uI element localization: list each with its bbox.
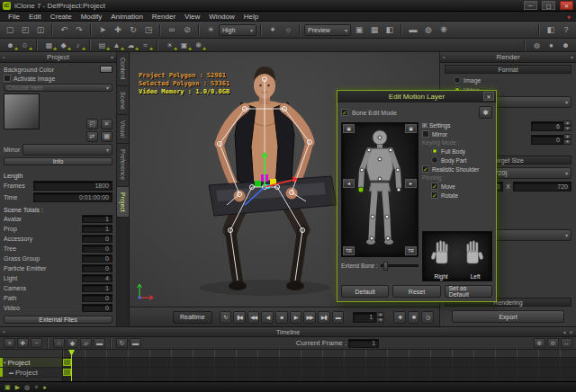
dialog-titlebar[interactable]: Edit Motion Layer ✕	[338, 91, 496, 102]
dialog-close-button[interactable]: ✕	[483, 92, 494, 101]
grid-toggle-button[interactable]: ▦	[367, 23, 382, 37]
create-sky-button[interactable]: ☁	[125, 40, 137, 50]
menu-edit[interactable]: Edit	[24, 13, 46, 21]
create-animation-button[interactable]: ♪	[72, 40, 84, 50]
render-video-button[interactable]: ▬	[406, 23, 420, 37]
user-account-button[interactable]: ☻	[560, 40, 572, 50]
spin-down-button[interactable]: ▼	[563, 139, 572, 145]
create-scene-button[interactable]: ▤	[96, 40, 108, 50]
create-water-button[interactable]: ≈	[140, 40, 151, 50]
render-option-field-2[interactable]: 0	[531, 135, 563, 145]
frames-field[interactable]: 1800	[33, 181, 112, 191]
project-panel-header[interactable]: ▪ Project ▾	[0, 52, 116, 63]
open-project-button[interactable]: ◰	[18, 23, 32, 37]
unlink-button[interactable]: ⊘	[180, 23, 194, 37]
pin-rotate-checkbox[interactable]	[431, 192, 438, 199]
full-body-radio[interactable]	[431, 147, 438, 155]
export-button[interactable]: Export	[452, 310, 564, 323]
world-settings-button[interactable]: ◍	[531, 40, 543, 50]
timeline-collapse-icon[interactable]: ▾	[563, 329, 566, 335]
render-panel-header[interactable]: ▪ Render ▾	[440, 52, 576, 63]
panel-pin-icon[interactable]: ▪	[443, 55, 445, 60]
choose-item-dropdown[interactable]: Choose Item ▾	[4, 84, 112, 92]
titlebar[interactable]: iC iClone 7 - DefProject:Project ─ ▢ ✕	[0, 0, 576, 12]
ambient-light-button[interactable]: ☼	[281, 23, 295, 37]
mirror-checkbox[interactable]	[422, 130, 429, 138]
realistic-shoulder-checkbox[interactable]	[422, 165, 429, 173]
realtime-button[interactable]: Realtime	[173, 311, 212, 324]
camera-dropdown[interactable]: Preview ▾	[304, 24, 351, 36]
menu-create[interactable]: Create	[46, 13, 76, 21]
clip-segment[interactable]	[63, 369, 71, 376]
menu-help[interactable]: Help	[239, 13, 263, 21]
fast-forward-button[interactable]: ▶▶	[303, 311, 316, 324]
time-field[interactable]: 0:01:00:00	[33, 192, 112, 202]
status-camera-icon[interactable]: ▣	[4, 384, 11, 391]
render-image-button[interactable]: ◍	[421, 23, 436, 37]
select-tool-button[interactable]: ➤	[95, 23, 110, 37]
rewind-button[interactable]: ◀◀	[248, 311, 260, 324]
quality-dropdown[interactable]: High ▾	[219, 24, 256, 36]
maximize-button[interactable]: ▢	[542, 1, 555, 10]
add-track-button[interactable]: ✚	[17, 338, 29, 348]
track-expand-icon[interactable]: ▾	[4, 360, 6, 365]
stop-button[interactable]: ■	[275, 311, 288, 324]
track-lane[interactable]	[63, 358, 576, 368]
step-back-button[interactable]: ◀	[261, 311, 274, 324]
menu-window[interactable]: Window	[204, 13, 238, 21]
picker-camera-left-button[interactable]: ▣	[343, 124, 355, 133]
picker-left-hand-button[interactable]: ◄	[343, 179, 355, 188]
external-files-button[interactable]: External Files	[4, 316, 112, 324]
background-color-swatch[interactable]	[100, 66, 112, 73]
activate-image-checkbox[interactable]	[4, 75, 11, 82]
create-avatar-button[interactable]: ☻	[4, 40, 16, 50]
track-list-button[interactable]: ≡	[4, 338, 15, 348]
tab-visual[interactable]: Visual	[117, 115, 129, 144]
create-accessory-button[interactable]: ◆	[58, 40, 69, 50]
timeline-header[interactable]: ▪ Timeline ▾ ✕	[0, 327, 576, 337]
timeline-close-icon[interactable]: ✕	[569, 329, 573, 335]
new-project-button[interactable]: ▢	[3, 23, 17, 37]
create-light-button[interactable]: ☀	[164, 40, 176, 50]
height-field[interactable]: 720	[513, 182, 572, 192]
transition-button[interactable]: ▱	[80, 338, 92, 348]
mannequin-figure[interactable]	[342, 123, 418, 256]
timeline-zoom-fit-button[interactable]: ↔	[561, 338, 572, 348]
link-button[interactable]: ∞	[165, 23, 179, 37]
record-button[interactable]: ●	[545, 40, 557, 50]
visual-effect-button[interactable]: ❋	[436, 23, 451, 37]
camera-view-button[interactable]: ▣	[352, 23, 366, 37]
panel-collapse-icon[interactable]: ▾	[111, 54, 113, 60]
reset-button[interactable]: Reset	[392, 285, 440, 298]
picker-camera-right-button[interactable]: ▣	[405, 124, 417, 133]
timeline-film-button[interactable]: ▬	[130, 338, 141, 348]
effects-button[interactable]: ✦	[266, 23, 280, 37]
tab-scene[interactable]: Scene	[117, 86, 129, 116]
playback-settings-button[interactable]: ✱	[408, 311, 420, 324]
status-play-icon[interactable]: ▶	[15, 384, 20, 391]
save-project-button[interactable]: ◫	[33, 23, 48, 37]
clip-segment[interactable]	[63, 359, 71, 366]
create-head-button[interactable]: ☺	[19, 40, 31, 50]
magnet-snap-button[interactable]: ∩	[53, 338, 65, 348]
create-camera-button[interactable]: ▣	[178, 40, 190, 50]
image-radio[interactable]	[454, 76, 461, 84]
track-row-project-group[interactable]: ▾ Project	[0, 358, 62, 368]
go-end-button[interactable]: ▶▮	[318, 311, 330, 324]
time-mode-button[interactable]: ◷	[421, 311, 434, 324]
status-record-icon[interactable]: ●	[42, 384, 46, 390]
create-prop-button[interactable]: ▦	[43, 40, 55, 50]
frame-down-button[interactable]: ▼	[376, 317, 384, 323]
rotate-tool-button[interactable]: ↻	[126, 23, 140, 37]
timeline-ruler[interactable]	[63, 350, 576, 358]
minimize-button[interactable]: ─	[524, 1, 537, 10]
translate-rotate-left-button[interactable]: TR	[343, 246, 355, 255]
key-edit-button[interactable]: ◆	[67, 338, 78, 348]
menu-modify[interactable]: Modify	[76, 13, 107, 21]
hand-picker[interactable]: Right Left	[422, 231, 492, 281]
panel-collapse-icon[interactable]: ▾	[571, 54, 573, 60]
undo-button[interactable]: ↶	[57, 23, 71, 37]
set-as-default-button[interactable]: Set as Default	[445, 285, 492, 298]
render-option-field-1[interactable]: 6	[531, 121, 563, 131]
create-terrain-button[interactable]: ▲	[111, 40, 122, 50]
